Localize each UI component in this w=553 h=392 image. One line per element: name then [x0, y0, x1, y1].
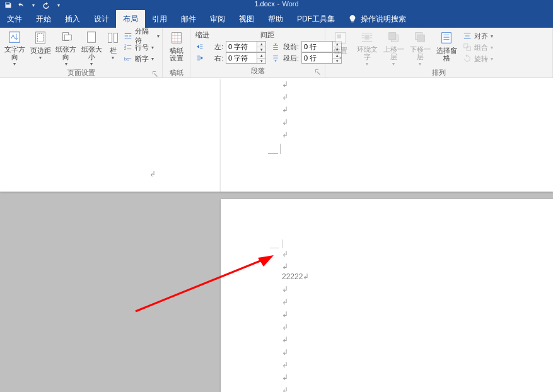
tab-references[interactable]: 引用	[145, 10, 174, 28]
tell-me-label: 操作说明搜索	[361, 14, 406, 25]
undo-icon[interactable]	[16, 1, 25, 9]
orientation-button[interactable]: 纸张方向▾	[54, 29, 78, 67]
indent-right-icon	[195, 54, 204, 62]
wrap-text-button: 环绕文字▾	[354, 29, 380, 67]
chevron-down-icon: ▾	[65, 62, 67, 67]
tab-home[interactable]: 开始	[29, 10, 58, 28]
svg-rect-12	[172, 33, 181, 43]
paragraph-mark: ↲	[149, 170, 156, 179]
document-body-text[interactable]: 22222↲	[282, 272, 309, 282]
align-button[interactable]: 对齐▾	[463, 30, 493, 42]
group-manuscript: 稿纸 设置 稿纸	[163, 28, 190, 78]
tell-me-search[interactable]: 操作说明搜索	[342, 10, 412, 28]
manuscript-settings-button[interactable]: 稿纸 设置	[165, 29, 187, 67]
group-label-paragraph: 段落	[193, 65, 322, 78]
svg-rect-21	[464, 44, 468, 48]
paragraph-mark: ↲	[282, 310, 288, 320]
group-label-page-setup: 页面设置	[3, 67, 160, 79]
step-down-icon[interactable]: ▾	[257, 47, 265, 52]
indent-right-row: 右: ▴▾	[195, 52, 266, 64]
manuscript-icon	[169, 30, 184, 45]
paragraph-mark: ↲	[282, 105, 288, 115]
chevron-down-icon: ▾	[13, 62, 16, 67]
window-title: 1.docx - Word	[254, 0, 298, 8]
rotate-icon	[463, 54, 472, 63]
ribbon-tabs: 文件 开始 插入 设计 布局 引用 邮件 审阅 视图 帮助 PDF工具集 操作说…	[0, 10, 553, 28]
tab-help[interactable]: 帮助	[261, 10, 290, 28]
indent-left-input[interactable]: ▴▾	[226, 41, 266, 52]
columns-button[interactable]: 栏▾	[105, 29, 121, 67]
dialog-launcher-icon[interactable]	[315, 69, 321, 75]
group-label-arrange: 排列	[328, 67, 550, 79]
chevron-down-icon: ▾	[151, 56, 154, 62]
tab-review[interactable]: 审阅	[203, 10, 232, 28]
margins-icon	[33, 30, 48, 45]
svg-rect-8	[114, 33, 118, 43]
step-up-icon[interactable]: ▴	[257, 42, 265, 47]
tab-file[interactable]: 文件	[0, 10, 29, 28]
margins-button[interactable]: 页边距▾	[28, 29, 53, 67]
svg-rect-20	[442, 33, 451, 43]
space-after-icon	[271, 54, 280, 62]
columns-icon	[105, 30, 120, 45]
tab-view[interactable]: 视图	[232, 10, 261, 28]
tab-layout[interactable]: 布局	[116, 10, 145, 28]
title-bar: ▾ ▾ 1.docx - Word	[0, 0, 553, 10]
qat-dropdown-icon[interactable]: ▾	[29, 1, 38, 9]
dialog-launcher-icon[interactable]	[152, 71, 158, 77]
paragraph-mark: ↲	[282, 285, 288, 294]
line-numbers-button[interactable]: 12 行号▾	[124, 42, 160, 53]
filename: 1.docx	[254, 0, 274, 8]
paragraph-mark: ↲	[282, 335, 288, 345]
paragraph-mark: ↲	[282, 297, 288, 307]
tab-design[interactable]: 设计	[87, 10, 116, 28]
wrap-text-icon	[359, 30, 375, 44]
lightbulb-icon	[348, 14, 357, 23]
svg-rect-5	[64, 35, 71, 40]
bring-forward-icon	[386, 30, 401, 44]
app-name: Word	[282, 0, 299, 8]
tab-insert[interactable]: 插入	[58, 10, 87, 28]
group-arrange: 位置▾ 环绕文字▾ 上移一层▾ 下移一层▾ 选择窗格 对齐▾	[325, 28, 553, 78]
svg-rect-6	[88, 32, 96, 43]
hyphenation-icon: bc	[124, 54, 132, 63]
paragraph-mark: ↲	[282, 118, 288, 127]
hyphenation-button[interactable]: bc 断字▾	[124, 53, 160, 64]
text-direction-icon: A	[7, 30, 22, 44]
paragraph-mark: ↲	[282, 386, 288, 392]
svg-rect-19	[417, 35, 424, 42]
document-workspace[interactable]: ↲ ↲ ↲ ↲ ↲ ↲ ↲ ↲ 22222↲ ↲ ↲ ↲ ↲ ↲ ↲ ↲ ↲ ↲…	[0, 78, 553, 392]
group-objects-button: 组合▾	[463, 42, 493, 53]
position-icon	[333, 30, 348, 45]
svg-text:2: 2	[124, 47, 126, 50]
group-paragraph: 缩进 间距 左: ▴▾ 右: ▴▾	[190, 28, 325, 78]
redo-icon[interactable]	[42, 1, 50, 9]
paragraph-mark: ↲	[282, 93, 288, 102]
selection-pane-button[interactable]: 选择窗格	[434, 29, 459, 67]
page-1-right[interactable]: ↲ ↲ ↲ ↲ ↲	[221, 78, 553, 192]
size-button[interactable]: 纸张大小▾	[79, 29, 104, 67]
save-icon[interactable]	[4, 1, 13, 9]
tab-mailings[interactable]: 邮件	[174, 10, 203, 28]
chevron-down-icon: ▾	[157, 33, 160, 39]
page-size-icon	[84, 30, 99, 44]
step-up-icon[interactable]: ▴	[257, 53, 265, 59]
qat-customize-icon[interactable]: ▾	[54, 1, 63, 9]
page-1-left[interactable]: ↲	[0, 78, 221, 192]
breaks-icon	[124, 32, 132, 40]
breaks-button[interactable]: 分隔符▾	[124, 30, 160, 42]
paragraph-mark: ↲	[282, 373, 288, 383]
text-direction-button[interactable]: A 文字方向▾	[3, 29, 27, 67]
page-2[interactable]: ↲ ↲ 22222↲ ↲ ↲ ↲ ↲ ↲ ↲ ↲ ↲ ↲ ↲ ↲ ↲ ↲ ↲	[221, 199, 553, 392]
chevron-down-icon: ▾	[90, 62, 93, 67]
spacing-header: 间距	[258, 29, 323, 40]
paragraph-mark: ↲	[282, 250, 288, 259]
paragraph-mark: ↲	[282, 262, 288, 272]
bring-forward-button: 上移一层▾	[381, 29, 406, 67]
step-down-icon[interactable]: ▾	[257, 59, 265, 64]
space-before-icon	[271, 42, 280, 51]
paragraph-mark: ↲	[282, 323, 288, 332]
indent-right-input[interactable]: ▴▾	[226, 52, 266, 64]
tab-pdf-tools[interactable]: PDF工具集	[290, 10, 342, 28]
svg-rect-7	[108, 33, 112, 43]
